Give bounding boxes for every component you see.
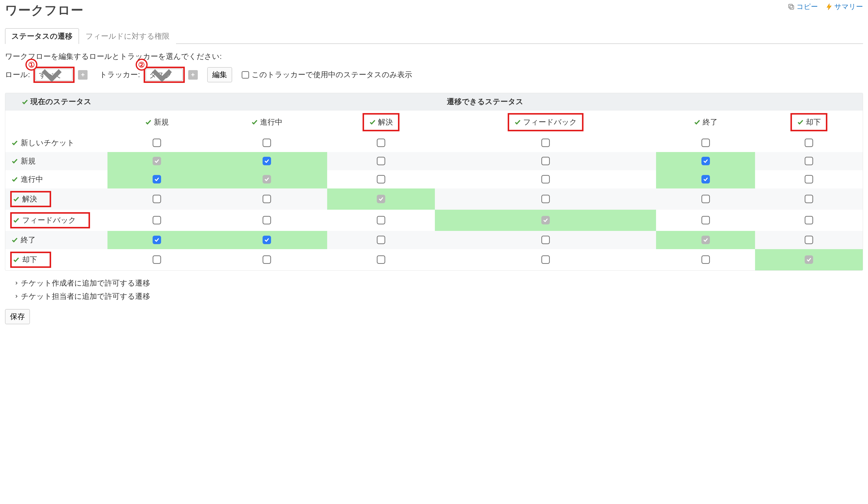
tabs: ステータスの遷移 フィールドに対する権限	[5, 28, 863, 44]
tab-field-permissions[interactable]: フィールドに対する権限	[79, 28, 176, 44]
row-header[interactable]: 新規	[5, 152, 107, 170]
tab-status-transitions[interactable]: ステータスの遷移	[5, 28, 79, 44]
matrix-row: フィードバック	[5, 210, 863, 231]
extra-assignee-transition[interactable]: チケット担当者に追加で許可する遷移	[5, 290, 863, 303]
transition-checkbox[interactable]	[805, 255, 813, 264]
row-header[interactable]: フィードバック	[5, 210, 107, 231]
tracker-select[interactable]: タスク	[146, 69, 183, 81]
group-header-current[interactable]: 現在のステータス	[5, 93, 107, 111]
transition-checkbox[interactable]	[377, 157, 385, 165]
row-header[interactable]: 進行中	[5, 170, 107, 189]
annotation-badge-2: ②	[136, 59, 148, 71]
transition-checkbox[interactable]	[805, 139, 813, 147]
row-header[interactable]: 解決	[5, 189, 107, 210]
copy-link[interactable]: コピー	[787, 2, 818, 11]
transition-checkbox[interactable]	[262, 139, 271, 147]
transition-cell	[107, 210, 206, 231]
column-header[interactable]: 解決	[327, 111, 435, 134]
check-icon	[797, 119, 804, 125]
matrix-row: 終了	[5, 231, 863, 249]
row-header[interactable]: 新しいチケット	[5, 134, 107, 152]
transition-checkbox[interactable]	[805, 157, 813, 165]
check-icon	[694, 119, 701, 125]
transition-checkbox[interactable]	[541, 195, 550, 203]
check-icon	[11, 139, 18, 146]
transition-checkbox[interactable]	[541, 175, 550, 183]
transition-checkbox[interactable]	[377, 216, 385, 224]
transition-checkbox[interactable]	[701, 255, 710, 264]
svg-rect-1	[789, 4, 793, 8]
transition-checkbox[interactable]	[701, 175, 710, 183]
only-used-checkbox-wrap[interactable]: このトラッカーで使用中のステータスのみ表示	[241, 70, 412, 80]
summary-label: サマリー	[834, 2, 863, 11]
transition-checkbox[interactable]	[377, 139, 385, 147]
transition-cell	[656, 152, 755, 170]
transition-checkbox[interactable]	[541, 216, 550, 224]
summary-link[interactable]: サマリー	[825, 2, 863, 11]
transition-cell	[755, 189, 863, 210]
column-header[interactable]: 新規	[107, 111, 206, 134]
row-header[interactable]: 却下	[5, 249, 107, 270]
transition-checkbox[interactable]	[262, 255, 271, 264]
chevron-right-icon	[14, 294, 19, 299]
matrix-row: 却下	[5, 249, 863, 270]
only-used-label: このトラッカーで使用中のステータスのみ表示	[251, 70, 412, 80]
transition-checkbox[interactable]	[262, 195, 271, 203]
transition-cell	[206, 189, 327, 210]
transition-checkbox[interactable]	[701, 139, 710, 147]
transition-cell	[656, 170, 755, 189]
transition-checkbox[interactable]	[377, 195, 385, 203]
check-icon	[11, 158, 18, 164]
transition-checkbox[interactable]	[541, 255, 550, 264]
transition-checkbox[interactable]	[805, 216, 813, 224]
role-select[interactable]: すべて	[35, 69, 73, 81]
transition-checkbox[interactable]	[153, 175, 161, 183]
transition-cell	[107, 231, 206, 249]
edit-button[interactable]: 編集	[207, 67, 232, 82]
transition-checkbox[interactable]	[805, 236, 813, 244]
transition-checkbox[interactable]	[377, 236, 385, 244]
column-header[interactable]: 終了	[656, 111, 755, 134]
column-header[interactable]: 却下	[755, 111, 863, 134]
save-button[interactable]: 保存	[5, 309, 30, 324]
transition-checkbox[interactable]	[541, 157, 550, 165]
transition-checkbox[interactable]	[153, 157, 161, 165]
extra-author-transition[interactable]: チケット作成者に追加で許可する遷移	[5, 276, 863, 290]
transition-checkbox[interactable]	[262, 236, 271, 244]
transition-checkbox[interactable]	[805, 195, 813, 203]
transition-checkbox[interactable]	[701, 157, 710, 165]
transition-checkbox[interactable]	[262, 157, 271, 165]
transition-checkbox[interactable]	[153, 255, 161, 264]
tracker-select-wrap: ② タスク	[144, 67, 185, 83]
transition-cell	[435, 152, 656, 170]
transition-checkbox[interactable]	[541, 236, 550, 244]
transition-cell	[206, 134, 327, 152]
only-used-checkbox[interactable]	[241, 71, 249, 79]
transition-checkbox[interactable]	[377, 255, 385, 264]
column-header[interactable]: フィードバック	[435, 111, 656, 134]
transition-checkbox[interactable]	[805, 175, 813, 183]
transition-checkbox[interactable]	[153, 195, 161, 203]
transition-checkbox[interactable]	[377, 175, 385, 183]
transition-checkbox[interactable]	[153, 139, 161, 147]
transition-cell	[755, 170, 863, 189]
transition-checkbox[interactable]	[153, 216, 161, 224]
transition-checkbox[interactable]	[701, 236, 710, 244]
transition-checkbox[interactable]	[262, 175, 271, 183]
transition-cell	[327, 210, 435, 231]
transition-checkbox[interactable]	[541, 139, 550, 147]
transition-checkbox[interactable]	[153, 236, 161, 244]
role-select-wrap: ① すべて	[33, 67, 74, 83]
transition-checkbox[interactable]	[262, 216, 271, 224]
tracker-add-button[interactable]: +	[188, 70, 198, 80]
workflow-matrix: 現在のステータス 遷移できるステータス 新規進行中解決フィードバック終了却下 新…	[5, 93, 863, 271]
column-header[interactable]: 進行中	[206, 111, 327, 134]
matrix-row: 解決	[5, 189, 863, 210]
row-header[interactable]: 終了	[5, 231, 107, 249]
transition-cell	[755, 249, 863, 270]
transition-cell	[755, 231, 863, 249]
transition-checkbox[interactable]	[701, 216, 710, 224]
role-add-button[interactable]: +	[78, 70, 87, 80]
transition-cell	[107, 249, 206, 270]
transition-checkbox[interactable]	[701, 195, 710, 203]
